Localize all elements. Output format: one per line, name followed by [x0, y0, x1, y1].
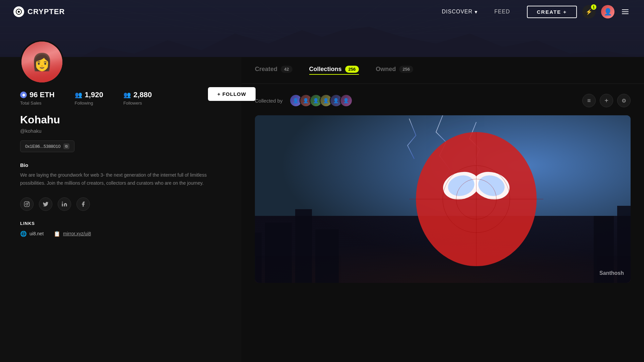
total-sales-label: Total Sales	[20, 101, 55, 106]
nft-card[interactable]: Santhosh	[255, 115, 631, 283]
collections-content: Collected by 👤 👤 👤 👤 👤	[241, 84, 644, 293]
collected-by-label: Collected by	[255, 98, 283, 104]
bio-title: Bio	[20, 162, 221, 168]
linkedin-icon[interactable]	[58, 197, 71, 211]
following-icon: 👥	[75, 91, 82, 99]
user-avatar-nav[interactable]: 👤	[601, 5, 614, 18]
list-view-button[interactable]: ≡	[582, 94, 596, 107]
svg-point-36	[18, 11, 20, 13]
nft-card-image: Santhosh	[255, 115, 631, 283]
followers-icon: 👥	[123, 91, 131, 99]
avatar: 👩	[20, 40, 64, 84]
globe-icon: 🌐	[20, 231, 27, 237]
tab-created-badge: 42	[281, 66, 292, 73]
mirror-link[interactable]: 📋 mirror.xyz/ui8	[54, 231, 91, 237]
user-avatar-img: 👤	[601, 5, 614, 18]
svg-rect-46	[295, 209, 312, 283]
links-title: LINKS	[20, 221, 221, 226]
social-links	[20, 197, 221, 211]
links-row: 🌐 ui8.net 📋 mirror.xyz/ui8	[20, 231, 221, 237]
header: CRYPTER DISCOVER ▾ FEED CREATE + ⚡ 1 👤	[0, 0, 644, 23]
nft-creator-watermark: Santhosh	[599, 270, 624, 276]
svg-point-41	[62, 201, 63, 202]
notification-badge: 1	[591, 4, 596, 10]
facebook-icon[interactable]	[76, 197, 90, 211]
svg-rect-37	[24, 201, 30, 206]
tab-collections[interactable]: Collections 256	[309, 66, 359, 75]
tab-collections-label: Collections	[309, 66, 342, 73]
stat-followers: 👥 2,880 Followers	[123, 90, 152, 106]
website-label: ui8.net	[30, 231, 44, 236]
menu-line-3	[622, 13, 629, 14]
following-value: 👥 1,920	[75, 90, 103, 99]
nav-discover[interactable]: DISCOVER ▾	[442, 9, 478, 15]
tab-owned[interactable]: Owned 256	[376, 66, 413, 75]
tab-collections-badge: 256	[345, 66, 359, 73]
stat-following: 👥 1,920 Following	[75, 90, 103, 106]
followers-value: 👥 2,880	[123, 90, 152, 99]
create-button[interactable]: CREATE +	[527, 6, 577, 18]
tab-created[interactable]: Created 42	[255, 66, 292, 75]
twitter-icon[interactable]	[39, 197, 52, 211]
followers-label: Followers	[123, 101, 152, 106]
add-button[interactable]: +	[600, 94, 613, 107]
menu-line-1	[622, 9, 629, 10]
copy-link-icon: 📋	[54, 231, 60, 237]
profile-panel: 👩 ◆ 96 ETH Total Sales 👥 1,920 Following…	[0, 57, 241, 362]
copy-icon[interactable]: ⧉	[63, 143, 69, 149]
instagram-icon[interactable]	[20, 197, 34, 211]
follow-button[interactable]: + FOLLOW	[208, 87, 256, 101]
svg-rect-47	[315, 229, 339, 283]
total-sales-value: ◆ 96 ETH	[20, 90, 55, 99]
collector-6: 👤	[340, 94, 353, 107]
eth-icon: ◆	[20, 92, 27, 98]
svg-point-38	[26, 203, 28, 205]
mirror-label: mirror.xyz/ui8	[63, 231, 91, 236]
logo[interactable]: CRYPTER	[13, 6, 65, 17]
lightning-icon: ⚡	[586, 9, 592, 15]
header-actions: CREATE + ⚡ 1 👤	[527, 5, 631, 18]
logo-text: CRYPTER	[28, 7, 65, 16]
stat-total-sales: ◆ 96 ETH Total Sales	[20, 90, 55, 106]
svg-point-39	[28, 202, 29, 203]
svg-rect-44	[255, 233, 262, 283]
website-link[interactable]: 🌐 ui8.net	[20, 231, 44, 237]
chevron-down-icon: ▾	[475, 9, 478, 15]
logo-icon	[13, 6, 24, 17]
collected-by-section: Collected by 👤 👤 👤 👤 👤	[255, 94, 353, 107]
main-nav: DISCOVER ▾ FEED	[442, 9, 510, 15]
wallet-text: 0x1E86...5388010	[25, 144, 61, 149]
user-handle: @kohaku	[20, 128, 221, 134]
stats-row: ◆ 96 ETH Total Sales 👥 1,920 Following 👥…	[20, 90, 221, 106]
collection-actions: ≡ + ⚙	[582, 94, 631, 107]
tab-owned-badge: 256	[399, 66, 413, 73]
nav-feed[interactable]: FEED	[494, 9, 510, 15]
following-label: Following	[75, 101, 103, 106]
tab-owned-label: Owned	[376, 66, 396, 73]
menu-line-2	[622, 11, 629, 12]
username: Kohahu	[20, 114, 221, 126]
avatar-image: 👩	[21, 42, 62, 82]
tab-created-label: Created	[255, 66, 277, 73]
notification-button[interactable]: ⚡ 1	[582, 5, 596, 18]
bio-section: Bio We are laying the groundwork for web…	[20, 162, 221, 187]
collector-avatars: 👤 👤 👤 👤 👤 👤	[289, 94, 353, 107]
hamburger-menu[interactable]	[620, 7, 631, 16]
bio-text: We are laying the groundwork for web 3- …	[20, 171, 221, 187]
settings-button[interactable]: ⚙	[617, 94, 631, 107]
svg-rect-45	[265, 223, 292, 283]
svg-rect-40	[62, 203, 63, 206]
tabs-bar: Created 42 Collections 256 Owned 256	[241, 57, 644, 84]
right-panel: Created 42 Collections 256 Owned 256 Col…	[241, 57, 644, 362]
wallet-address[interactable]: 0x1E86...5388010 ⧉	[20, 140, 74, 152]
links-section: LINKS 🌐 ui8.net 📋 mirror.xyz/ui8	[20, 221, 221, 237]
